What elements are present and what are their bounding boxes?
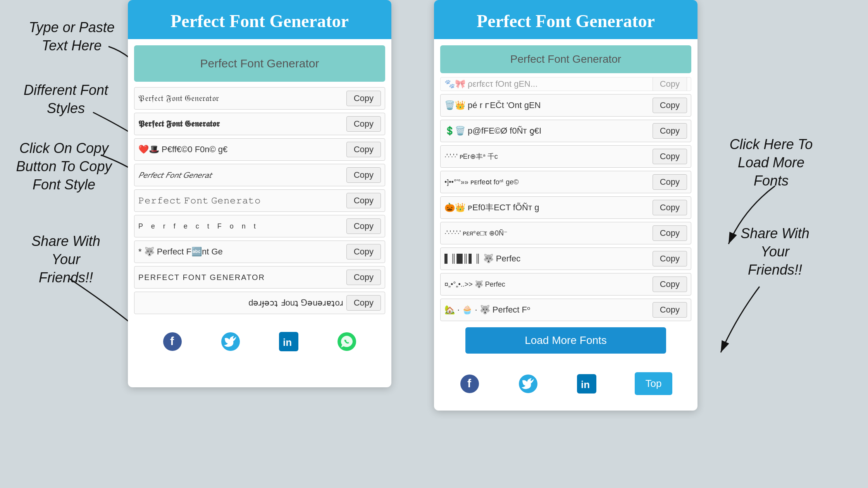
top-button[interactable]: Top [635, 372, 673, 395]
right-font-text-0: 🐾🎀 ρεrfεcτ fOnt gEN... [444, 79, 649, 89]
annotation-share-right: Share WithYourFriends!! [709, 225, 841, 279]
right-font-text-4: •]••°'°»» ᴘᴇrfeᴏt foⁿᵗ ge© [444, 178, 649, 186]
right-font-text-7: ▌║█║▌║ 🐺 Perfec [444, 254, 649, 264]
right-font-text-8: ¤„•°„•..>> 🐺 Perfec [444, 280, 649, 289]
right-font-row-2: 💲🗑️ p@fFE©Ø f0Ñт ƍ€I Copy [440, 120, 691, 142]
linkedin-icon[interactable]: in [278, 331, 299, 352]
font-text-7: * 🐺 Perfect F🔤nt Ge [138, 247, 343, 257]
right-font-row-7: ▌║█║▌║ 🐺 Perfec Copy [440, 247, 691, 270]
right-phone-body: Perfect Font Generator 🐾🎀 ρεrfεcτ fOnt g… [434, 39, 698, 366]
left-phone-header: Perfect Font Generator [128, 0, 391, 39]
copy-btn-2[interactable]: Copy [346, 116, 381, 132]
svg-text:f: f [467, 377, 472, 390]
font-row-6: P e r f e c t F o n t Copy [134, 215, 385, 237]
right-copy-btn-6[interactable]: Copy [653, 225, 687, 241]
right-font-row-8: ¤„•°„•..>> 🐺 Perfec Copy [440, 273, 691, 296]
load-more-button[interactable]: Load More Fonts [465, 327, 666, 354]
right-copy-btn-3[interactable]: Copy [653, 149, 687, 164]
right-copy-btn-1[interactable]: Copy [653, 98, 687, 113]
svg-text:in: in [283, 337, 292, 348]
copy-btn-8[interactable]: Copy [346, 270, 381, 285]
right-font-row-9: 🏡 · 🧁 · 🐺 Perfect Fᵒ Copy [440, 299, 691, 321]
font-row-8: PERFECT FONT GENERATOR Copy [134, 266, 385, 289]
font-row-1: 𝔓𝔢𝔯𝔣𝔢𝔠𝔱 𝔉𝔬𝔫𝔱 𝔊𝔢𝔫𝔢𝔯𝔞𝔱𝔬𝔯 Copy [134, 87, 385, 110]
font-text-4: 𝘗𝘦𝘳𝘧𝘦𝘤𝘵 𝘍𝘰𝘯𝘵 𝘎𝘦𝘯𝘦𝘳𝘢𝘵 [138, 170, 343, 180]
copy-btn-5[interactable]: Copy [346, 193, 381, 208]
right-font-row-1: 🗑️👑 pé r ᴦEČt 'Ont gEN Copy [440, 94, 691, 117]
right-font-text-6: ·'·'·'·'·' ᴘεяᵉe□τ ⊕0Ñ⁻ [444, 229, 649, 237]
right-input-display: Perfect Font Generator [440, 45, 691, 73]
whatsapp-icon[interactable] [336, 331, 357, 352]
right-font-row-5: 🎃👑 ᴘEf0丰ECT fÕÑт g Copy [440, 196, 691, 219]
font-text-2: 𝕻𝖊𝖗𝖋𝖊𝖈𝖙 𝕱𝖔𝖓𝖙 𝕲𝖊𝖓𝖊𝖗𝖆𝖙𝖔𝖗 [138, 119, 343, 129]
copy-btn-4[interactable]: Copy [346, 167, 381, 183]
right-font-row-6: ·'·'·'·'·' ᴘεяᵉe□τ ⊕0Ñ⁻ Copy [440, 222, 691, 244]
right-font-row-4: •]••°'°»» ᴘᴇrfeᴏt foⁿᵗ ge© Copy [440, 171, 691, 193]
right-copy-btn-8[interactable]: Copy [653, 277, 687, 292]
left-app-title: Perfect Font Generator [137, 11, 382, 31]
right-font-row-3: ·'·'·'·' ᴘEr⊕丰ᵃ 千c Copy [440, 145, 691, 168]
text-input[interactable] [134, 45, 385, 82]
right-copy-btn-2[interactable]: Copy [653, 123, 687, 139]
font-text-6: P e r f e c t F o n t [138, 222, 343, 230]
right-phone-header: Perfect Font Generator [434, 0, 698, 39]
font-row-2: 𝕻𝖊𝖗𝖋𝖊𝖈𝖙 𝕱𝖔𝖓𝖙 𝕲𝖊𝖓𝖊𝖗𝖆𝖙𝖔𝖗 Copy [134, 113, 385, 135]
font-row-5: 𝙿𝚎𝚛𝚏𝚎𝚌𝚝 𝙵𝚘𝚗𝚝 𝙶𝚎𝚗𝚎𝚛𝚊𝚝𝚘 Copy [134, 189, 385, 212]
right-font-text-1: 🗑️👑 pé r ᴦEČt 'Ont gEN [444, 100, 649, 110]
font-row-9: ɹoʇɐɹǝuǝ⅁ ʇuoℲ ʇɔǝɟɹǝd Copy [134, 292, 385, 314]
font-row-4: 𝘗𝘦𝘳𝘧𝘦𝘤𝘵 𝘍𝘰𝘯𝘵 𝘎𝘦𝘯𝘦𝘳𝘢𝘵 Copy [134, 164, 385, 186]
twitter-icon[interactable] [220, 331, 241, 352]
font-text-9: ɹoʇɐɹǝuǝ⅁ ʇuoℲ ʇɔǝɟɹǝd [138, 298, 343, 308]
copy-btn-3[interactable]: Copy [346, 142, 381, 157]
right-phone: Perfect Font Generator Perfect Font Gene… [434, 0, 698, 411]
right-copy-btn-9[interactable]: Copy [653, 302, 687, 318]
right-copy-btn-5[interactable]: Copy [653, 200, 687, 215]
svg-text:f: f [170, 335, 174, 347]
left-phone-body: 𝔓𝔢𝔯𝔣𝔢𝔠𝔱 𝔉𝔬𝔫𝔱 𝔊𝔢𝔫𝔢𝔯𝔞𝔱𝔬𝔯 Copy 𝕻𝖊𝖗𝖋𝖊𝖈𝖙 𝕱𝖔𝖓𝖙… [128, 39, 391, 323]
right-twitter-icon[interactable] [518, 373, 539, 394]
left-social-bar: f in [128, 323, 391, 360]
right-app-title: Perfect Font Generator [443, 11, 688, 31]
font-text-8: PERFECT FONT GENERATOR [138, 273, 343, 282]
right-font-text-9: 🏡 · 🧁 · 🐺 Perfect Fᵒ [444, 305, 649, 315]
font-text-3: ❤️🎩 P€ff€©0 F0n© g€ [138, 144, 343, 155]
right-linkedin-icon[interactable]: in [576, 373, 597, 394]
copy-btn-6[interactable]: Copy [346, 218, 381, 234]
copy-btn-7[interactable]: Copy [346, 244, 381, 259]
svg-text:in: in [581, 379, 590, 390]
left-phone: Perfect Font Generator 𝔓𝔢𝔯𝔣𝔢𝔠𝔱 𝔉𝔬𝔫𝔱 𝔊𝔢𝔫𝔢… [128, 0, 391, 387]
font-text-1: 𝔓𝔢𝔯𝔣𝔢𝔠𝔱 𝔉𝔬𝔫𝔱 𝔊𝔢𝔫𝔢𝔯𝔞𝔱𝔬𝔯 [138, 93, 343, 103]
font-text-5: 𝙿𝚎𝚛𝚏𝚎𝚌𝚝 𝙵𝚘𝚗𝚝 𝙶𝚎𝚗𝚎𝚛𝚊𝚝𝚘 [138, 196, 343, 206]
right-copy-btn-7[interactable]: Copy [653, 251, 687, 266]
font-row-3: ❤️🎩 P€ff€©0 F0n© g€ Copy [134, 138, 385, 161]
right-copy-btn-4[interactable]: Copy [653, 174, 687, 190]
facebook-icon[interactable]: f [162, 331, 183, 352]
right-social-bar: f in Top [434, 366, 698, 401]
copy-btn-1[interactable]: Copy [346, 91, 381, 106]
arrow-to-social-right [698, 279, 790, 364]
right-font-row-0: 🐾🎀 ρεrfεcτ fOnt gEN... Copy [440, 77, 691, 91]
right-font-text-3: ·'·'·'·' ᴘEr⊕丰ᵃ 千c [444, 152, 649, 161]
right-font-text-2: 💲🗑️ p@fFE©Ø f0Ñт ƍ€I [444, 126, 649, 136]
right-font-text-5: 🎃👑 ᴘEf0丰ECT fÕÑт g [444, 202, 649, 213]
copy-btn-9[interactable]: Copy [346, 295, 381, 311]
right-facebook-icon[interactable]: f [459, 373, 480, 394]
font-row-7: * 🐺 Perfect F🔤nt Ge Copy [134, 241, 385, 263]
right-copy-btn-0[interactable]: Copy [653, 77, 687, 91]
